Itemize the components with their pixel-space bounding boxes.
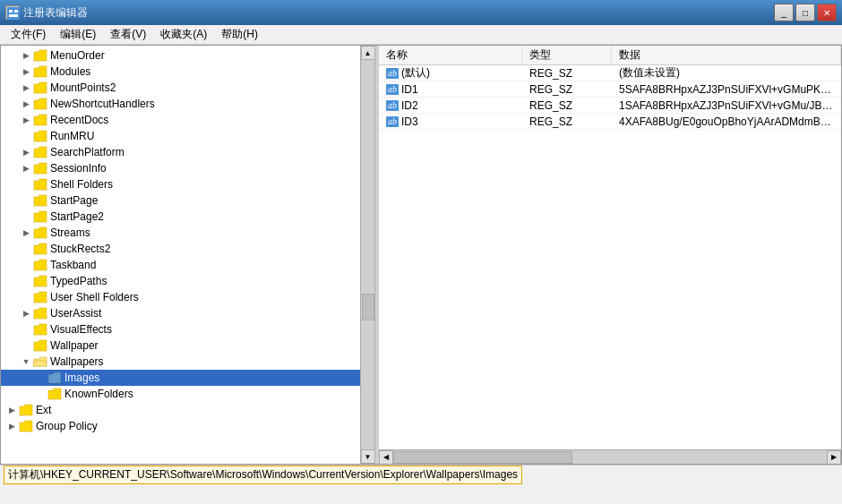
tree-item-visualeffects[interactable]: VisualEffects [1, 321, 360, 337]
h-scrollbar-thumb[interactable] [393, 451, 572, 464]
cell-data-id3: 4XAFA8BUg/E0gouOpBhoYjAArADMdmBAvN [612, 115, 841, 128]
tree-label: StartPage2 [50, 210, 104, 223]
expand-icon [19, 322, 33, 337]
scrollbar-thumb[interactable] [362, 294, 374, 320]
scroll-right-button[interactable]: ▶ [827, 450, 841, 465]
folder-icon [33, 98, 47, 110]
tree-item-mountpoints2[interactable]: ▶ MountPoints2 [1, 80, 360, 96]
table-row[interactable]: ab ID3 REG_SZ 4XAFA8BUg/E0gouOpBhoYjAArA… [379, 114, 841, 130]
folder-icon [33, 178, 47, 191]
tree-item-wallpaper[interactable]: Wallpaper [1, 337, 360, 354]
tree-scroll-area[interactable]: ▶ MenuOrder ▶ Modules ▶ Mount [1, 46, 360, 464]
tree-item-wallpapers[interactable]: ▼ Wallpapers [1, 354, 360, 370]
expand-icon [19, 290, 33, 304]
cell-type-id2: REG_SZ [522, 99, 612, 112]
menu-view[interactable]: 查看(V) [103, 25, 153, 44]
expand-icon [19, 177, 33, 192]
folder-icon [33, 275, 47, 287]
col-header-name[interactable]: 名称 [379, 46, 522, 64]
window-controls: _ □ ✕ [774, 4, 837, 21]
folder-icon [47, 388, 62, 400]
tree-item-startpage2[interactable]: StartPage2 [1, 209, 360, 225]
menu-file[interactable]: 文件(F) [4, 25, 53, 44]
maximize-button[interactable]: □ [795, 4, 815, 21]
cell-data-id1: 5SAFA8BRHpxAZJ3PnSUiFXVl+vGMuPKBAAg [612, 83, 841, 96]
tree-item-menuorder[interactable]: ▶ MenuOrder [1, 47, 360, 64]
minimize-button[interactable]: _ [774, 4, 794, 21]
col-header-type[interactable]: 类型 [522, 46, 612, 64]
folder-icon [33, 291, 47, 303]
tree-item-knownfolders[interactable]: KnownFolders [1, 386, 360, 402]
tree-item-grouppolicy[interactable]: ▶ Group Policy [1, 418, 360, 434]
tree-label: Wallpaper [50, 339, 99, 352]
expand-icon: ▶ [19, 81, 33, 95]
expand-icon: ▶ [19, 145, 33, 159]
scroll-down-button[interactable]: ▼ [361, 449, 375, 464]
tree-item-startpage[interactable]: StartPage [1, 192, 360, 209]
folder-icon [33, 81, 47, 94]
tree-label: SessionInfo [50, 162, 107, 175]
menu-bar: 文件(F) 编辑(E) 查看(V) 收藏夹(A) 帮助(H) [0, 25, 842, 45]
folder-icon [33, 194, 47, 207]
table-row[interactable]: ab ID2 REG_SZ 1SAFA8BRHpxAZJ3PnSUiFXVl+v… [379, 98, 841, 114]
tree-label: StartPage [50, 194, 98, 207]
folder-icon [33, 259, 47, 271]
main-content: ▶ MenuOrder ▶ Modules ▶ Mount [0, 45, 842, 465]
folder-icon [47, 372, 62, 384]
tree-item-ext[interactable]: ▶ Ext [1, 402, 360, 418]
tree-item-runmru[interactable]: RunMRU [1, 128, 360, 144]
reg-icon: ab [386, 84, 399, 95]
tree-label: SearchPlatform [50, 146, 125, 158]
table-row[interactable]: ab (默认) REG_SZ (数值未设置) [379, 65, 841, 81]
tree-item-usershellfolders[interactable]: User Shell Folders [1, 289, 360, 305]
expand-icon [19, 129, 33, 143]
scrollbar-track[interactable] [361, 60, 374, 449]
column-headers: 名称 类型 数据 [379, 46, 841, 65]
tree-label: Streams [50, 226, 90, 239]
expand-icon: ▶ [19, 226, 33, 240]
folder-icon [33, 339, 47, 352]
tree-item-shellfolders[interactable]: Shell Folders [1, 176, 360, 192]
scroll-left-button[interactable]: ◀ [379, 450, 393, 465]
tree-label: VisualEffects [50, 323, 112, 336]
tree-label: RecentDocs [50, 114, 108, 126]
expand-icon: ▶ [19, 161, 33, 175]
tree-label: UserAssist [50, 307, 101, 320]
col-header-data[interactable]: 数据 [612, 46, 841, 64]
tree-scrollbar[interactable]: ▲ ▼ [360, 46, 374, 464]
scroll-up-button[interactable]: ▲ [361, 46, 375, 60]
cell-name-default: ab (默认) [379, 65, 522, 81]
tree-item-streams[interactable]: ▶ Streams [1, 225, 360, 241]
table-row[interactable]: ab ID1 REG_SZ 5SAFA8BRHpxAZJ3PnSUiFXVl+v… [379, 81, 841, 98]
menu-help[interactable]: 帮助(H) [214, 25, 265, 44]
tree-label: MenuOrder [50, 49, 105, 62]
expand-icon: ▶ [19, 113, 33, 127]
close-button[interactable]: ✕ [817, 4, 837, 21]
tree-item-sessioninfo[interactable]: ▶ SessionInfo [1, 160, 360, 176]
tree-label: Modules [50, 65, 90, 78]
horizontal-scrollbar[interactable]: ◀ ▶ [379, 449, 841, 464]
tree-label: TypedPaths [50, 275, 107, 287]
h-scrollbar-track[interactable] [393, 450, 827, 464]
tree-label: Wallpapers [50, 355, 104, 368]
svg-rect-3 [9, 14, 18, 17]
tree-item-images[interactable]: Images [1, 370, 360, 386]
tree-item-modules[interactable]: ▶ Modules [1, 64, 360, 80]
tree-item-searchplatform[interactable]: ▶ SearchPlatform [1, 144, 360, 160]
tree-item-newshortcuthandlers[interactable]: ▶ NewShortcutHandlers [1, 96, 360, 112]
folder-icon [33, 226, 47, 239]
menu-edit[interactable]: 编辑(E) [53, 25, 103, 44]
menu-favorites[interactable]: 收藏夹(A) [153, 25, 214, 44]
tree-item-recentdocs[interactable]: ▶ RecentDocs [1, 112, 360, 128]
folder-icon [33, 307, 47, 320]
tree-item-taskband[interactable]: Taskband [1, 257, 360, 273]
tree-item-typedpaths[interactable]: TypedPaths [1, 273, 360, 289]
svg-rect-0 [7, 7, 20, 20]
status-text: 计算机\HKEY_CURRENT_USER\Software\Microsoft… [4, 466, 522, 484]
tree-item-userassist[interactable]: ▶ UserAssist [1, 305, 360, 321]
folder-icon [33, 130, 47, 142]
tree-item-stuckrects2[interactable]: StuckRects2 [1, 241, 360, 257]
svg-rect-1 [9, 10, 13, 13]
folder-icon [19, 420, 33, 432]
tree-label: Images [64, 372, 99, 384]
